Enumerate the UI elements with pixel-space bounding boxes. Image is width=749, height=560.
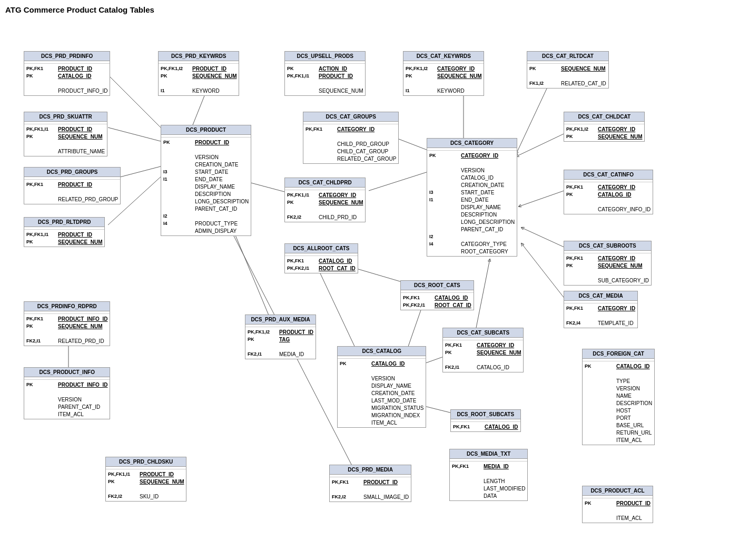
row-field-dcs_cat_groups-4: RELATED_CAT_GROUP	[337, 156, 396, 162]
row-field-dcs_cat_rltdcat-0: SEQUENCE_NUM	[561, 66, 605, 72]
row-field-dcs_cat_media-2: TEMPLATE_ID	[598, 320, 634, 326]
table-row-dcs_product-6: DISPLAY_NAME	[161, 183, 251, 190]
row-key-dcs_category-11: I2	[429, 234, 461, 239]
row-field-dcs_product_info-2: VERSION	[58, 397, 82, 402]
row-key-dcs_category-6: I1	[429, 197, 461, 202]
row-field-dcs_prd_keywrds-1: SEQUENCE_NUM	[192, 73, 236, 79]
table-row-dcs_catalog-4: CREATION_DATE	[338, 389, 426, 397]
row-field-dcs_category-2: VERSION	[461, 168, 485, 173]
row-field-dcs_root_cats-0: CATALOG_ID	[435, 295, 468, 301]
row-key-dcs_cat_chldcat-0: PK,FK1,I2	[566, 126, 598, 132]
row-field-dcs_catalog-4: CREATION_DATE	[371, 390, 415, 396]
table-row-dcs_product-3: CREATION_DATE	[161, 161, 251, 168]
table-row-dcs_media_txt-0: PK,FK1MEDIA_ID	[450, 463, 527, 470]
table-header-dcs_prd_aux_media: DCS_PRD_AUX_MEDIA	[245, 315, 316, 325]
table-row-dcs_cat_subcats-2	[443, 356, 523, 363]
row-field-dcs_product-6: DISPLAY_NAME	[195, 184, 235, 190]
table-header-dcs_category: DCS_CATEGORY	[427, 139, 517, 148]
table-header-dcs_prd_rltdprd: DCS_PRD_RLTDPRD	[24, 218, 104, 227]
table-row-dcs_product_info-4: ITEM_ACL	[24, 410, 110, 418]
row-key-dcs_cat_chldcat-1: PK	[566, 134, 598, 139]
table-row-dcs_catalog-0: PKCATALOG_ID	[338, 360, 426, 367]
row-key-dcs_category-0: PK	[429, 153, 461, 158]
table-row-dcs_category-7: DISPLAY_NAME	[427, 203, 517, 211]
table-dcs_allroot_cats: DCS_ALLROOT_CATSPK,FK1CATALOG_IDPK,FK2,I…	[284, 243, 358, 273]
row-key-dcs_cat_rltdcat-0: PK	[529, 66, 561, 71]
row-field-dcs_prd_prdinfo-0: PRODUCT_ID	[58, 66, 92, 72]
row-field-dcs_allroot_cats-0: CATALOG_ID	[319, 258, 352, 264]
table-row-dcs_product_info-1	[24, 388, 110, 396]
row-key-dcs_product-10: I2	[163, 213, 195, 219]
table-row-dcs_prd_groups-1	[24, 188, 120, 195]
table-row-dcs_prd_rltdprd-1: PKSEQUENCE_NUM	[24, 238, 104, 245]
table-row-dcs_cat_keywrds-2	[403, 80, 484, 87]
table-dcs_product_acl: DCS_PRODUCT_ACLPKPRODUCT_IDITEM_ACL	[582, 486, 653, 523]
row-field-dcs_catalog-7: MIGRATION_INDEX	[371, 412, 420, 418]
table-row-dcs_category-1	[427, 159, 517, 166]
table-row-dcs_cat_subroots-1: PKSEQUENCE_NUM	[564, 262, 651, 269]
table-row-dcs_cat_subroots-2	[564, 269, 651, 277]
row-field-dcs_foreign_cat-2: TYPE	[616, 378, 630, 384]
table-dcs_cat_media: DCS_CAT_MEDIAPK,FK1CATEGORY_IDFK2,I4TEMP…	[564, 291, 638, 328]
table-row-dcs_upsell_prods-0: PKACTION_ID	[285, 65, 365, 72]
table-row-dcs_product-5: I1END_DATE	[161, 175, 251, 183]
table-dcs_prd_prdinfo: DCS_PRD_PRDINFOPK,FK1PRODUCT_IDPKCATALOG…	[24, 51, 110, 96]
row-key-dcs_cat_subroots-1: PK	[566, 263, 598, 268]
table-row-dcs_prd_groups-0: PK,FK1PRODUCT_ID	[24, 181, 120, 188]
row-key-dcs_cat_keywrds-1: PK	[406, 73, 437, 78]
row-field-dcs_product-2: VERSION	[195, 154, 219, 160]
table-row-dcs_category-0: PKCATEGORY_ID	[427, 152, 517, 159]
table-row-dcs_media_txt-3: LAST_MODIFIED	[450, 485, 527, 492]
table-row-dcs_prd_keywrds-3: I1KEYWORD	[159, 87, 239, 94]
table-row-dcs_media_txt-4: DATA	[450, 492, 527, 499]
table-row-dcs_prd_prdinfo-3: PRODUCT_INFO_ID	[24, 87, 110, 94]
table-row-dcs_prd_skuattr-0: PK,FK1,I1PRODUCT_ID	[24, 125, 107, 133]
row-field-dcs_cat_groups-3: CHILD_CAT_GROUP	[337, 149, 388, 154]
row-field-dcs_cat_groups-2: CHILD_PRD_GROUP	[337, 141, 389, 147]
row-field-dcs_prd_keywrds-0: PRODUCT_ID	[192, 66, 226, 72]
table-row-dcs_prdinfo_rdprd-1: PKSEQUENCE_NUM	[24, 322, 110, 330]
table-row-dcs_category-3: CATALOG_ID	[427, 174, 517, 181]
table-dcs_cat_subcats: DCS_CAT_SUBCATSPK,FK1CATEGORY_IDPKSEQUEN…	[442, 328, 524, 372]
row-field-dcs_product-4: START_DATE	[195, 169, 228, 175]
table-row-dcs_root_subcats-0: PK,FK1CATALOG_ID	[451, 423, 520, 430]
table-row-dcs_category-10: PARENT_CAT_ID	[427, 225, 517, 233]
row-key-dcs_cat_subcats-3: FK2,I1	[445, 365, 477, 370]
row-key-dcs_prd_media-0: PK,FK1	[332, 479, 363, 485]
table-row-dcs_foreign_cat-3: VERSION	[583, 385, 654, 392]
table-header-dcs_cat_subcats: DCS_CAT_SUBCATS	[443, 328, 523, 338]
row-field-dcs_foreign_cat-5: DESCRIPTION	[616, 400, 652, 406]
row-field-dcs_prd_rltdprd-1: SEQUENCE_NUM	[58, 239, 102, 245]
table-dcs_cat_catinfo: DCS_CAT_CATINFOPK,FK1CATEGORY_IDPKCATALO…	[564, 170, 653, 214]
row-key-dcs_prd_rltdprd-1: PK	[26, 239, 58, 244]
table-row-dcs_root_cats-0: PK,FK1CATALOG_ID	[401, 294, 474, 301]
row-field-dcs_prd_chldsku-3: SKU_ID	[140, 494, 159, 499]
table-row-dcs_allroot_cats-0: PK,FK1CATALOG_ID	[285, 257, 358, 264]
row-key-dcs_prdinfo_rdprd-3: FK2,I1	[26, 338, 58, 343]
row-field-dcs_cat_subroots-3: SUB_CATEGORY_ID	[598, 278, 649, 283]
row-key-dcs_prdinfo_rdprd-0: PK,FK1	[26, 316, 58, 321]
table-header-dcs_prd_groups: DCS_PRD_GROUPS	[24, 168, 120, 177]
svg-line-8	[369, 170, 435, 191]
row-field-dcs_cat_subcats-0: CATEGORY_ID	[477, 342, 514, 348]
row-field-dcs_catalog-5: LAST_MOD_DATE	[371, 398, 416, 404]
table-row-dcs_foreign_cat-10: ITEM_ACL	[583, 436, 654, 444]
table-row-dcs_prd_chldsku-2	[106, 485, 186, 493]
table-row-dcs_prd_skuattr-2	[24, 140, 107, 148]
table-row-dcs_upsell_prods-3: SEQUENCE_NUM	[285, 87, 365, 94]
table-dcs_cat_keywrds: DCS_CAT_KEYWRDSPK,FK1,I2CATEGORY_IDPKSEQ…	[403, 51, 484, 96]
table-row-dcs_upsell_prods-1: PK,FK1,I1PRODUCT_ID	[285, 72, 365, 80]
table-row-dcs_cat_catinfo-3: CATEGORY_INFO_ID	[564, 205, 653, 213]
table-row-dcs_prd_chldsku-0: PK,FK1,I1PRODUCT_ID	[106, 470, 186, 478]
table-row-dcs_cat_chldprd-1: PKSEQUENCE_NUM	[285, 199, 365, 206]
table-row-dcs_product_acl-1	[583, 507, 653, 514]
table-dcs_foreign_cat: DCS_FOREIGN_CATPKCATALOG_IDTYPEVERSIONNA…	[582, 349, 655, 445]
table-row-dcs_product_acl-2: ITEM_ACL	[583, 514, 653, 522]
row-key-dcs_cat_keywrds-0: PK,FK1,I2	[406, 66, 437, 71]
table-row-dcs_prd_media-2: FK2,I2SMALL_IMAGE_ID	[330, 493, 411, 500]
row-key-dcs_prd_keywrds-1: PK	[161, 73, 192, 78]
row-key-dcs_media_txt-0: PK,FK1	[452, 464, 484, 469]
svg-line-2	[108, 127, 169, 143]
row-field-dcs_cat_keywrds-1: SEQUENCE_NUM	[437, 73, 481, 79]
row-field-dcs_category-5: START_DATE	[461, 190, 494, 195]
